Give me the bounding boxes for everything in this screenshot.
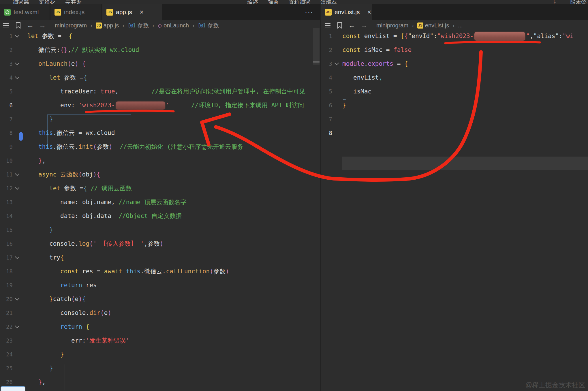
fold-chevron-icon[interactable] [15, 296, 20, 301]
code-line[interactable]: const isMac = false [342, 43, 412, 57]
code-line[interactable]: }, [38, 375, 46, 389]
code-line[interactable]: err:'发生某种错误' [71, 334, 129, 347]
breadcrumb-item-onlaunch[interactable]: ◇onLaunch [158, 22, 189, 29]
fold-chevron-icon[interactable] [15, 185, 20, 190]
breadcrumb-item-appjs[interactable]: JSapp.js [96, 22, 119, 29]
line-number[interactable]: 1 [0, 29, 13, 43]
line-number[interactable]: 14 [0, 209, 13, 223]
scrollbar-thumb[interactable] [313, 28, 320, 65]
line-number[interactable]: 1 [320, 29, 332, 43]
code-line[interactable]: module.exports = { [342, 57, 408, 71]
line-number[interactable]: 18 [0, 264, 13, 278]
menu-item-version[interactable]: 版本管理 [570, 0, 588, 4]
code-line[interactable]: const res = await this.微信云.callFunction(… [60, 264, 229, 278]
code-line[interactable]: this.微信云.init(参数) //云能力初始化 (注意小程序需先开通云服务 [38, 140, 243, 154]
breadcrumb-item-miniprogram[interactable]: miniprogram [376, 22, 408, 29]
fold-chevron-icon[interactable] [15, 75, 20, 79]
code-line[interactable]: env: 'wish2023-' //环境ID, 指定接下来调用 API 时访问 [60, 98, 304, 112]
line-number[interactable]: 22 [0, 320, 13, 334]
code-line[interactable]: }catch(e){ [49, 292, 86, 306]
code-line[interactable]: this.微信云 = wx.cloud [38, 126, 115, 140]
code-line[interactable]: let 参数 = { [27, 29, 72, 43]
code-line[interactable]: traceUser: true, //是否在将用户访问记录到用户管理中, 在控制… [60, 84, 305, 98]
breadcrumb-item-envlistjs[interactable]: JSenvList.js [417, 22, 449, 29]
code-line[interactable]: data: obj.data //Object 自定义数据 [60, 209, 182, 223]
code-line[interactable]: } [60, 347, 64, 361]
code-line[interactable]: const envList = [{"envId":"wish2023-","a… [342, 29, 574, 43]
line-number[interactable]: 4 [0, 71, 13, 84]
code-line[interactable]: } [49, 223, 53, 237]
code-line[interactable]: onLaunch(e) { [38, 57, 86, 71]
back-icon[interactable]: ← [348, 22, 356, 29]
fold-chevron-icon[interactable] [335, 61, 339, 65]
code-line[interactable]: return { [60, 320, 89, 334]
pane-divider[interactable] [320, 4, 321, 391]
bookmark-icon[interactable] [14, 22, 22, 29]
line-number[interactable]: 3 [320, 57, 332, 71]
line-number[interactable]: 25 [0, 361, 13, 375]
code-line[interactable]: return res [60, 278, 97, 292]
line-number[interactable]: 7 [0, 112, 13, 126]
fold-chevron-icon[interactable] [15, 172, 20, 176]
line-number[interactable]: 21 [0, 306, 13, 320]
line-number[interactable]: 19 [0, 278, 13, 292]
line-number[interactable]: 2 [320, 43, 332, 57]
line-number[interactable]: 8 [320, 126, 332, 140]
line-number[interactable]: 17 [0, 251, 13, 264]
fold-chevron-icon[interactable] [15, 33, 20, 38]
tab-envlist-js[interactable]: JS envList.js × [321, 4, 372, 20]
breadcrumb-item-canshu2[interactable]: [@]参数 [198, 22, 219, 29]
close-icon[interactable]: × [367, 9, 371, 16]
forward-icon[interactable]: → [360, 22, 368, 29]
menu-item-cloud-dev[interactable]: 云开发 [65, 0, 82, 4]
menu-item-debugger[interactable]: 调试器 [13, 0, 29, 4]
tab-index-js[interactable]: JS index.js [50, 4, 102, 20]
fold-chevron-icon[interactable] [15, 324, 20, 328]
close-icon[interactable]: × [140, 9, 144, 16]
code-line[interactable]: 微信云:{},// 默认实例 wx.cloud [38, 43, 139, 57]
breadcrumb-item-miniprogram[interactable]: miniprogram [55, 22, 87, 29]
fold-chevron-icon[interactable] [15, 255, 20, 259]
line-number[interactable]: 9 [0, 140, 13, 154]
code-line[interactable]: }, [38, 154, 46, 168]
outline-list-icon[interactable] [2, 22, 10, 29]
line-number[interactable]: 8 [0, 126, 13, 140]
line-number[interactable]: 15 [0, 223, 13, 237]
code-line[interactable]: console.dir(e) [60, 306, 111, 320]
line-number[interactable]: 3 [0, 57, 13, 71]
line-number[interactable]: 11 [0, 168, 13, 181]
tab-app-js[interactable]: JS app.js × [102, 4, 162, 20]
code-line[interactable]: name: obj.name, //name 顶层云函数名字 [60, 195, 187, 209]
breadcrumb-item-canshu1[interactable]: [@]参数 [128, 22, 149, 29]
fold-chevron-icon[interactable] [15, 61, 20, 65]
code-line[interactable]: try{ [49, 251, 64, 264]
menu-item-device-debug[interactable]: 真机调试 [289, 0, 311, 4]
line-number[interactable]: 13 [0, 195, 13, 209]
menu-item-visual[interactable]: 可视化 [39, 0, 55, 4]
bookmark-icon[interactable] [336, 22, 343, 29]
menu-item-preview[interactable]: 预览 [268, 0, 279, 4]
code-line[interactable]: isMac [353, 84, 371, 98]
outline-list-icon[interactable] [324, 22, 331, 29]
code-line[interactable]: let 参数 ={ [49, 71, 87, 84]
line-number[interactable]: 23 [0, 334, 13, 347]
line-number[interactable]: 2 [0, 43, 13, 57]
code-line[interactable]: envList, [353, 71, 382, 84]
line-number[interactable]: 5 [0, 84, 13, 98]
line-number[interactable]: 12 [0, 181, 13, 195]
tab-overflow-button[interactable]: ··· [303, 4, 315, 20]
menu-item-clear-cache[interactable]: 清缓存 [320, 0, 337, 4]
code-line[interactable]: let 参数 ={ // 调用云函数 [49, 181, 132, 195]
line-number[interactable]: 20 [0, 292, 13, 306]
line-number[interactable]: 6 [320, 98, 332, 112]
line-number[interactable]: 5 [320, 84, 332, 98]
tab-test-wxml[interactable]: test.wxml [0, 4, 50, 20]
back-icon[interactable]: ← [27, 22, 34, 29]
line-number[interactable]: 4 [320, 71, 332, 84]
code-line[interactable]: async 云函数(obj){ [38, 168, 100, 181]
code-line[interactable]: console.log(' 【传入参数】 ',参数) [49, 237, 164, 251]
menu-item-upload[interactable]: 上传 [551, 0, 560, 4]
line-number[interactable]: 24 [0, 347, 13, 361]
menu-item-compile[interactable]: 编译 [247, 0, 258, 4]
code-line[interactable]: } [49, 361, 53, 375]
